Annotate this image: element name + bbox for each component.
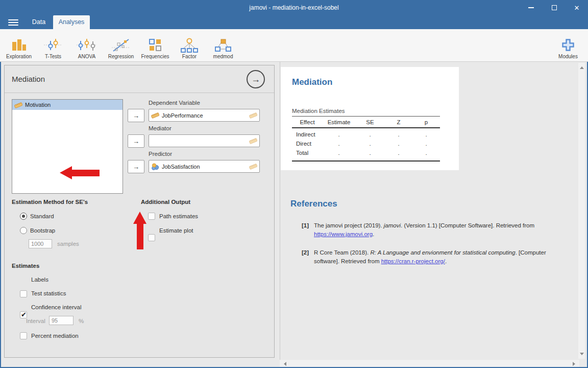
main-area: Mediation → Motivation → → → Dependent V… <box>1 62 587 367</box>
reference-number: [2] <box>302 248 314 266</box>
samples-label: samples <box>57 241 79 247</box>
active-analysis-card[interactable]: Mediation Mediation Estimates Effect Est… <box>281 67 459 170</box>
tab-analyses[interactable]: Analyses <box>53 15 90 29</box>
variable-source-list[interactable]: Motivation <box>12 99 123 194</box>
plus-icon <box>560 36 576 54</box>
reference-text: R Core Team (2018). <box>314 249 370 256</box>
reference-title: jamovi <box>384 222 401 228</box>
tab-data[interactable]: Data <box>24 15 53 29</box>
assign-mediator-button[interactable]: → <box>128 134 144 148</box>
continuous-type-hint-icon <box>249 163 257 170</box>
checkbox-test-statistics[interactable] <box>20 311 27 318</box>
ribbon-item-frequencies[interactable]: Frequencies <box>138 31 172 60</box>
error-bars-triple-icon <box>76 36 98 54</box>
interval-input[interactable] <box>49 316 74 325</box>
radio-standard-label: Standard <box>30 213 54 219</box>
ribbon-item-modules[interactable]: Modules <box>551 31 585 60</box>
maximize-button[interactable] <box>543 0 566 15</box>
nominal-variable-icon <box>151 163 159 170</box>
tree-diagram-icon <box>180 36 199 54</box>
z-cell: . <box>385 131 412 137</box>
arrow-right-icon: → <box>133 163 139 171</box>
arrow-right-icon: → <box>133 137 139 145</box>
maximize-icon <box>552 5 557 10</box>
ribbon-item-ttests[interactable]: T-Tests <box>36 31 70 60</box>
minimize-icon <box>528 7 534 8</box>
mediation-estimates-table: Mediation Estimates Effect Estimate SE Z… <box>292 108 440 162</box>
scroll-down-icon[interactable] <box>580 353 584 355</box>
error-bars-icon <box>43 36 63 54</box>
additional-output-heading: Additional Output <box>141 199 190 205</box>
samples-input[interactable] <box>29 239 52 248</box>
p-cell: . <box>412 131 440 137</box>
scatter-line-icon <box>111 36 131 54</box>
options-header: Mediation → <box>5 65 274 93</box>
ribbon-item-factor[interactable]: Factor <box>173 31 206 60</box>
mediator-field[interactable] <box>149 134 260 147</box>
annotation-arrow-up <box>133 212 146 249</box>
list-item-motivation[interactable]: Motivation <box>12 100 122 110</box>
column-header: SE <box>355 117 385 127</box>
checkbox-labels[interactable] <box>20 290 27 297</box>
checkbox-path-estimates[interactable] <box>148 213 155 220</box>
predictor-field[interactable]: JobSatisfaction <box>149 160 260 173</box>
minimize-button[interactable] <box>519 0 543 15</box>
checkbox-path-estimates-label: Path estimates <box>159 213 198 219</box>
title-bar: jamovi - mediation-in-excel-sobel ✕ <box>0 0 588 15</box>
ribbon-item-exploration[interactable]: Exploration <box>2 31 36 60</box>
estimate-cell: . <box>323 141 355 147</box>
table-row: Total . . . . <box>292 148 440 157</box>
hamburger-menu-icon[interactable] <box>8 19 18 26</box>
reference-text: . (Version 1.1) [Computer Software]. Ret… <box>401 222 534 228</box>
effect-cell: Total <box>292 150 323 156</box>
checkbox-test-statistics-label: Test statistics <box>31 290 66 296</box>
assign-predictor-button[interactable]: → <box>128 160 144 173</box>
annotation-arrow-left <box>60 166 100 179</box>
percent-sign-label: % <box>79 318 84 324</box>
reference-link[interactable]: https://cran.r-project.org/ <box>381 258 445 264</box>
vertical-scrollbar[interactable] <box>578 63 585 359</box>
ribbon-item-medmod[interactable]: medmod <box>206 31 240 60</box>
checkbox-estimate-plot[interactable] <box>148 234 155 241</box>
estimates-heading: Estimates <box>12 263 39 269</box>
p-cell: . <box>412 141 440 147</box>
checkbox-estimate-plot-label: Estimate plot <box>159 227 193 234</box>
interval-label: Interval <box>26 318 45 324</box>
reference-title: R: A Language and envionment for statist… <box>370 249 515 256</box>
scroll-up-icon[interactable] <box>580 66 584 69</box>
radio-bootstrap[interactable] <box>20 227 27 234</box>
reference-link[interactable]: https://www.jamovi.org <box>314 231 373 237</box>
mediation-options-panel: Mediation → Motivation → → → Dependent V… <box>4 65 275 358</box>
reference-number: [1] <box>302 221 314 239</box>
predictor-label: Predictor <box>149 151 260 157</box>
window-title: jamovi - mediation-in-excel-sobel <box>0 0 588 15</box>
p-cell: . <box>412 150 440 156</box>
mediation-diagram-icon <box>214 36 232 54</box>
scroll-left-icon[interactable] <box>284 362 286 366</box>
ribbon-item-regression[interactable]: Regression <box>104 31 138 60</box>
reference-item: [1] The jamovi project (2019). jamovi. (… <box>302 221 571 239</box>
ribbon-item-anova[interactable]: ANOVA <box>70 31 104 60</box>
horizontal-scrollbar[interactable] <box>280 360 579 367</box>
assign-dependent-button[interactable]: → <box>128 109 144 122</box>
radio-standard[interactable] <box>20 213 27 220</box>
column-header: Estimate <box>323 117 355 127</box>
checkbox-confidence-interval[interactable] <box>20 332 27 339</box>
close-icon: ✕ <box>574 4 580 12</box>
grid-squares-icon <box>148 36 163 54</box>
close-button[interactable]: ✕ <box>565 0 588 15</box>
checkbox-percent-mediation-label: Percent mediation <box>31 333 79 339</box>
dependent-variable-field[interactable]: JobPerformance <box>149 109 260 122</box>
se-cell: . <box>355 131 385 137</box>
scroll-right-icon[interactable] <box>573 362 575 366</box>
mediator-label: Mediator <box>149 125 260 131</box>
estimate-cell: . <box>323 131 355 137</box>
jamovi-window: jamovi - mediation-in-excel-sobel ✕ Data… <box>0 0 588 368</box>
effect-cell: Direct <box>292 141 323 147</box>
continuous-type-hint-icon <box>249 112 257 119</box>
continuous-type-hint-icon <box>249 137 257 144</box>
continuous-variable-icon <box>151 112 159 119</box>
collapse-options-button[interactable]: → <box>247 70 265 88</box>
variable-name: JobPerformance <box>162 112 203 119</box>
table-body: Indirect . . . . Direct . . . . <box>292 128 440 162</box>
